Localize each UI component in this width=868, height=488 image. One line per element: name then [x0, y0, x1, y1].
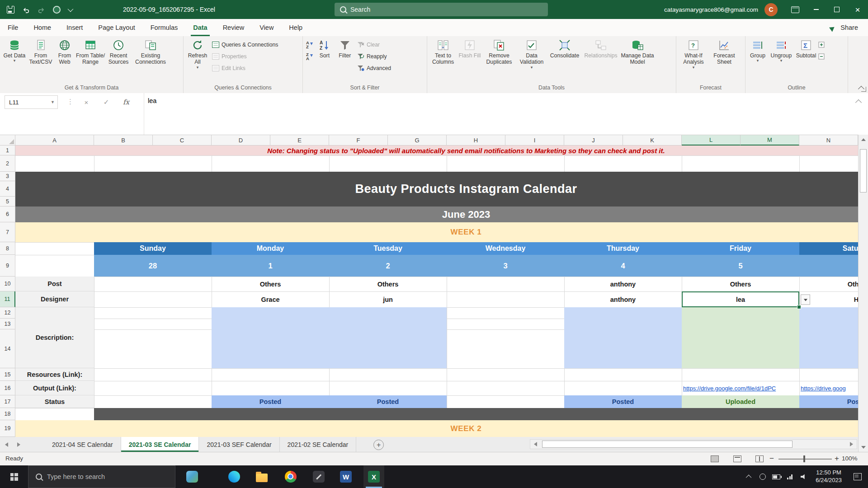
row-header-11[interactable]: 11 [0, 291, 15, 307]
group-button[interactable]: Group ▾ [747, 38, 769, 63]
insert-function-button[interactable]: fx [120, 97, 132, 108]
post-cell-wednesday[interactable] [447, 277, 564, 291]
row-header-15[interactable]: 15 [0, 368, 15, 381]
from-web-button[interactable]: From Web [54, 38, 75, 66]
row-header-8[interactable]: 8 [0, 242, 15, 255]
show-detail-button[interactable] [818, 39, 828, 50]
edit-links-button[interactable]: Edit Links [210, 63, 280, 73]
get-data-button[interactable]: Get Data ▾ [1, 38, 28, 63]
post-cell-sunday[interactable] [94, 277, 212, 291]
formula-input[interactable]: lea [144, 93, 853, 135]
share-button[interactable]: Share [830, 19, 858, 36]
collapse-formula-bar-icon[interactable] [855, 99, 862, 106]
consolidate-button[interactable]: Consolidate [547, 38, 582, 59]
zoom-in-button[interactable]: + [835, 454, 839, 463]
customize-qat-item[interactable] [49, 0, 64, 19]
post-cell-friday[interactable]: Others [682, 277, 799, 291]
row-header-1[interactable]: 1 [0, 145, 15, 155]
tab-view[interactable]: View [252, 19, 281, 36]
description-cell-tuesday[interactable] [329, 307, 447, 368]
post-cell-monday[interactable]: Others [212, 277, 329, 291]
description-cell-saturday[interactable] [799, 307, 858, 368]
data-validation-button[interactable]: Data Validation ▾ [516, 38, 547, 70]
forecast-sheet-button[interactable]: Forecast Sheet [709, 38, 739, 66]
column-header-b[interactable]: B [94, 135, 153, 145]
designer-cell-tuesday[interactable]: jun [329, 291, 447, 307]
taskbar-search-box[interactable]: Type here to search [28, 465, 175, 488]
status-cell-friday[interactable]: Uploaded [682, 395, 799, 408]
tab-file[interactable]: File [0, 19, 26, 36]
start-button[interactable] [4, 465, 24, 488]
designer-cell-friday-selected[interactable]: lea [682, 291, 799, 307]
sheet-tab-2021-03-sef[interactable]: 2021-03 SEF Calendar [199, 437, 279, 452]
status-cell-tuesday[interactable]: Posted [329, 395, 447, 408]
reapply-filter-button[interactable]: Reapply [355, 51, 393, 61]
ungroup-button[interactable]: Ungroup ▾ [769, 38, 794, 63]
designer-cell-wednesday[interactable] [447, 291, 564, 307]
tabs-scroll-left-button[interactable] [0, 437, 13, 452]
column-header-m[interactable]: M [741, 135, 799, 145]
enter-entry-button[interactable]: ✓ [100, 97, 112, 108]
taskbar-excel-button[interactable]: X [363, 465, 384, 488]
description-cell-thursday[interactable] [564, 307, 682, 368]
normal-view-button[interactable] [711, 455, 719, 462]
taskbar-edge-button[interactable] [224, 465, 245, 488]
tray-expand-button[interactable] [742, 465, 756, 488]
recent-sources-button[interactable]: Recent Sources [105, 38, 132, 66]
maximize-button[interactable] [826, 0, 847, 19]
filter-button[interactable]: Filter [335, 38, 355, 59]
scroll-up-button[interactable] [859, 135, 868, 144]
sheet-tab-2021-03[interactable]: 2021-03 SE Calendar [121, 437, 199, 452]
refresh-all-button[interactable]: Refresh All ▾ [185, 38, 210, 70]
column-header-f[interactable]: F [329, 135, 388, 145]
select-all-button[interactable] [0, 135, 15, 145]
from-text-csv-button[interactable]: From Text/CSV [28, 38, 54, 66]
title-search-box[interactable]: Search [335, 3, 548, 16]
zoom-slider-thumb[interactable] [803, 455, 805, 462]
tab-data[interactable]: Data [185, 19, 215, 36]
description-cell-monday[interactable] [212, 307, 329, 368]
name-box[interactable]: L11 ▼ [5, 95, 58, 109]
status-cell-monday[interactable]: Posted [212, 395, 329, 408]
row-header-18[interactable]: 18 [0, 408, 15, 420]
post-cell-tuesday[interactable]: Others [329, 277, 447, 291]
column-header-n[interactable]: N [799, 135, 858, 145]
scroll-down-button[interactable] [859, 443, 868, 452]
column-header-d[interactable]: D [212, 135, 270, 145]
row-header-14[interactable]: 14 [0, 329, 15, 368]
minimize-button[interactable] [806, 0, 826, 19]
column-header-j[interactable]: J [564, 135, 623, 145]
column-header-c[interactable]: C [153, 135, 212, 145]
output-link-saturday[interactable]: https://drive.goog [799, 381, 858, 395]
post-cell-thursday[interactable]: anthony [564, 277, 682, 291]
existing-connections-button[interactable]: Existing Connections [132, 38, 170, 66]
page-break-view-button[interactable] [755, 455, 764, 462]
row-header-12[interactable]: 12 [0, 307, 15, 319]
column-header-g[interactable]: G [388, 135, 447, 145]
undo-button[interactable] [18, 0, 33, 19]
cancel-entry-button[interactable]: × [80, 97, 92, 108]
new-sheet-button[interactable]: + [373, 440, 384, 450]
qat-dropdown-button[interactable] [64, 0, 75, 19]
tab-home[interactable]: Home [26, 19, 59, 36]
row-header-9[interactable]: 9 [0, 255, 15, 277]
flash-fill-button[interactable]: Flash Fill [458, 38, 482, 59]
tray-status-button[interactable] [756, 465, 769, 488]
sheet-tab-2021-02[interactable]: 2021-02 SE Calendar [280, 437, 357, 452]
row-header-6[interactable]: 6 [0, 206, 15, 222]
column-header-a[interactable]: A [15, 135, 94, 145]
taskbar-widget-button[interactable] [182, 465, 203, 488]
row-header-16[interactable]: 16 [0, 381, 15, 395]
zoom-out-button[interactable]: − [769, 454, 774, 463]
taskbar-file-explorer-button[interactable] [251, 465, 272, 488]
tab-formulas[interactable]: Formulas [143, 19, 185, 36]
queries-connections-button[interactable]: Queries & Connections [210, 39, 280, 50]
from-table-range-button[interactable]: From Table/ Range [75, 38, 105, 66]
zoom-slider-track[interactable] [778, 459, 832, 460]
sort-descending-button[interactable]: ZA [304, 51, 315, 61]
row-header-2[interactable]: 2 [0, 155, 15, 172]
designer-cell-monday[interactable]: Grace [212, 291, 329, 307]
formula-bar-splitter[interactable]: ⋮ [67, 98, 74, 106]
tray-volume-button[interactable] [797, 465, 810, 488]
status-cell-saturday[interactable]: Posted [799, 395, 858, 408]
